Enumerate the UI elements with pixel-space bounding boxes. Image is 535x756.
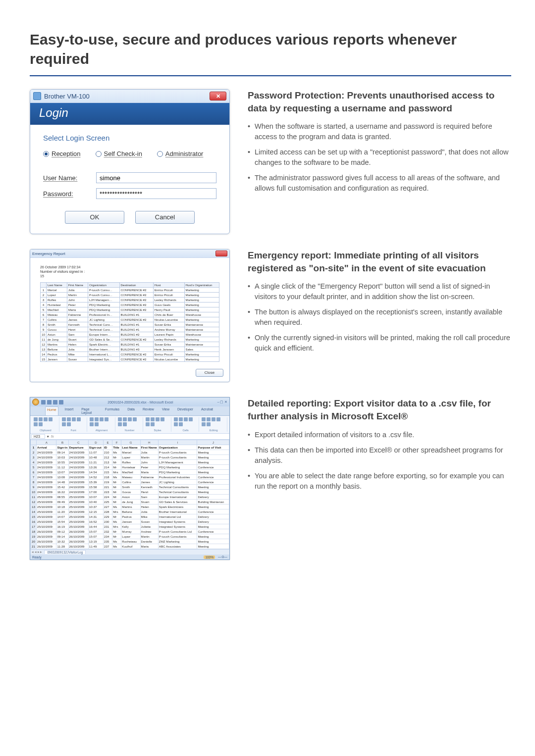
col-header[interactable]: F xyxy=(112,440,121,445)
table-cell[interactable]: Lopez xyxy=(121,455,140,460)
table-cell[interactable]: Mr xyxy=(112,534,121,539)
table-cell[interactable]: 26/10/2009 xyxy=(37,539,56,544)
table-cell[interactable]: 24/10/2009 xyxy=(68,460,88,465)
ribbon-icon[interactable] xyxy=(123,417,127,421)
table-cell[interactable]: Smith xyxy=(121,485,140,490)
radio-reception[interactable]: Reception xyxy=(43,150,81,157)
table-cell[interactable]: Last Name xyxy=(121,445,140,450)
window-controls[interactable]: – ▢ ✕ xyxy=(217,400,227,404)
table-cell[interactable]: P-touch Consultants Ltd xyxy=(158,529,197,534)
row-header[interactable]: 16 xyxy=(31,519,37,524)
table-cell[interactable]: 25/10/2009 xyxy=(68,524,88,529)
table-cell[interactable]: 25/10/2009 xyxy=(37,495,56,500)
table-cell[interactable]: 10:37 xyxy=(88,504,103,509)
table-cell[interactable]: 11:49 xyxy=(88,544,103,549)
table-cell[interactable]: 16:52 xyxy=(88,519,103,524)
table-cell[interactable]: 09:49 xyxy=(56,500,68,504)
table-cell[interactable]: Meeting xyxy=(197,524,229,529)
table-cell[interactable]: 231 xyxy=(104,524,112,529)
table-row[interactable]: 2026/10/200910:3226/10/200913:19235MsRoc… xyxy=(31,539,229,544)
table-cell[interactable]: 214 xyxy=(104,465,112,470)
table-cell[interactable]: Conference xyxy=(197,475,229,480)
table-cell[interactable]: Meeting xyxy=(197,504,229,509)
ribbon-icon[interactable] xyxy=(90,422,94,426)
table-row[interactable]: 724/10/200913:0824/10/200914:52218MsMate… xyxy=(31,475,229,480)
table-cell[interactable]: de Jong xyxy=(121,500,140,504)
table-cell[interactable]: 24/10/2009 xyxy=(68,465,88,470)
table-cell[interactable]: 229 xyxy=(104,514,112,519)
table-row[interactable]: 1725/10/200916:1925/10/200916:44231MrsKe… xyxy=(31,524,229,529)
table-cell[interactable]: Ms xyxy=(112,504,121,509)
ribbon-icon[interactable] xyxy=(34,422,38,426)
row-header[interactable]: 4 xyxy=(31,460,37,465)
ribbon-icon[interactable] xyxy=(133,417,137,421)
table-cell[interactable]: PDQ Marketing xyxy=(158,470,197,475)
table-cell[interactable]: Purpose of Visit xyxy=(197,445,229,450)
table-cell[interactable]: Martin xyxy=(140,455,158,460)
table-cell[interactable]: 09:14 xyxy=(56,534,68,539)
table-cell[interactable]: Fabienne xyxy=(140,475,158,480)
row-header[interactable]: 1 xyxy=(31,445,37,450)
table-cell[interactable]: 213 xyxy=(104,460,112,465)
table-cell[interactable]: 14:07 xyxy=(56,514,68,519)
table-cell[interactable]: Mr xyxy=(112,460,121,465)
cancel-button[interactable]: Cancel xyxy=(135,211,195,224)
row-header[interactable]: 18 xyxy=(31,529,37,534)
table-cell[interactable]: 221 xyxy=(104,485,112,490)
table-cell[interactable]: Jansen xyxy=(121,519,140,524)
table-cell[interactable]: 24/10/2009 xyxy=(37,460,56,465)
col-header[interactable]: A xyxy=(37,440,56,445)
table-cell[interactable]: Kelly xyxy=(121,524,140,529)
table-cell[interactable]: Integrated Systems xyxy=(158,519,197,524)
ribbon-tab[interactable]: Formulas xyxy=(104,406,121,415)
table-cell[interactable]: 11:28 xyxy=(56,544,68,549)
table-cell[interactable]: International Ltd xyxy=(158,514,197,519)
table-row[interactable]: 1ArrivalSign-inDepartureSign-outIDTitleL… xyxy=(31,445,229,450)
table-cell[interactable]: Bellone xyxy=(121,509,140,514)
table-row[interactable]: 524/10/200911:1224/10/200913:26214MrHunt… xyxy=(31,465,229,470)
table-cell[interactable]: Meeting xyxy=(197,544,229,549)
table-cell[interactable]: Arrival xyxy=(37,445,56,450)
table-cell[interactable]: Koolhof xyxy=(121,544,140,549)
ribbon-group[interactable]: Styles xyxy=(144,417,171,432)
col-header[interactable]: G xyxy=(121,440,140,445)
cell-reference[interactable]: H23 xyxy=(31,434,45,439)
table-cell[interactable]: 12:15 xyxy=(88,509,103,514)
table-cell[interactable]: 08:55 xyxy=(56,495,68,500)
table-cell[interactable]: 25/10/2009 xyxy=(68,495,88,500)
table-cell[interactable]: 24/10/2009 xyxy=(68,490,88,495)
close-icon[interactable]: ✕ xyxy=(210,92,226,101)
ribbon-icon[interactable] xyxy=(72,417,76,421)
table-cell[interactable]: 210 xyxy=(104,450,112,455)
table-cell[interactable]: 24/10/2009 xyxy=(68,480,88,485)
table-cell[interactable]: Departure xyxy=(68,445,88,450)
table-cell[interactable]: Meeting xyxy=(197,455,229,460)
dropdown-icon[interactable]: ▾ xyxy=(47,435,49,439)
table-cell[interactable]: 26/10/2009 xyxy=(37,544,56,549)
ribbon-icon[interactable] xyxy=(184,417,188,421)
table-cell[interactable]: 215 xyxy=(104,470,112,475)
table-cell[interactable]: Meeting xyxy=(197,490,229,495)
table-cell[interactable]: Delivery xyxy=(197,495,229,500)
table-cell[interactable]: 25/10/2009 xyxy=(37,500,56,504)
col-header[interactable]: E xyxy=(104,440,112,445)
table-cell[interactable]: ID xyxy=(104,445,112,450)
table-cell[interactable]: 24/10/2009 xyxy=(37,475,56,480)
table-cell[interactable]: 25/10/2009 xyxy=(37,504,56,509)
table-cell[interactable]: Meeting xyxy=(197,539,229,544)
table-cell[interactable]: Meeting xyxy=(197,470,229,475)
table-row[interactable]: 824/10/200914:4824/10/200915:39219MrColl… xyxy=(31,480,229,485)
ribbon-tab[interactable]: View xyxy=(160,406,171,415)
ribbon-icon[interactable] xyxy=(100,417,104,421)
row-header[interactable]: 11 xyxy=(31,495,37,500)
table-cell[interactable]: 24/10/2009 xyxy=(68,450,88,455)
table-cell[interactable]: 212 xyxy=(104,455,112,460)
table-cell[interactable]: 25/10/2009 xyxy=(37,519,56,524)
table-cell[interactable]: 218 xyxy=(104,475,112,480)
ribbon-icon[interactable] xyxy=(146,422,150,426)
col-header[interactable]: I xyxy=(158,440,197,445)
ribbon-icon[interactable] xyxy=(212,417,215,421)
ribbon-tab[interactable]: Insert xyxy=(63,406,75,415)
ribbon-icon[interactable] xyxy=(39,422,43,426)
table-cell[interactable]: 25/10/2009 xyxy=(37,509,56,514)
